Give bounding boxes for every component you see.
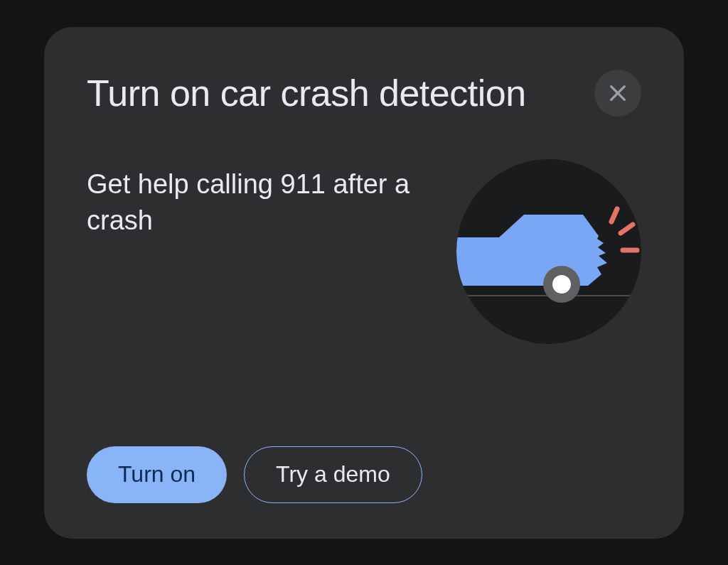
card-title: Turn on car crash detection xyxy=(87,72,526,114)
svg-line-6 xyxy=(621,225,633,233)
card-content: Get help calling 911 after a crash xyxy=(87,166,641,446)
card-description: Get help calling 911 after a crash xyxy=(87,166,428,240)
card-header: Turn on car crash detection xyxy=(87,70,641,117)
card-actions: Turn on Try a demo xyxy=(87,446,641,503)
close-icon xyxy=(606,82,629,104)
svg-point-4 xyxy=(552,275,571,294)
turn-on-button[interactable]: Turn on xyxy=(87,446,227,503)
svg-line-5 xyxy=(611,209,617,222)
close-button[interactable] xyxy=(594,70,641,117)
car-crash-icon xyxy=(456,159,641,344)
crash-detection-card: Turn on car crash detection Get help cal… xyxy=(44,27,684,539)
try-demo-button[interactable]: Try a demo xyxy=(244,446,422,503)
